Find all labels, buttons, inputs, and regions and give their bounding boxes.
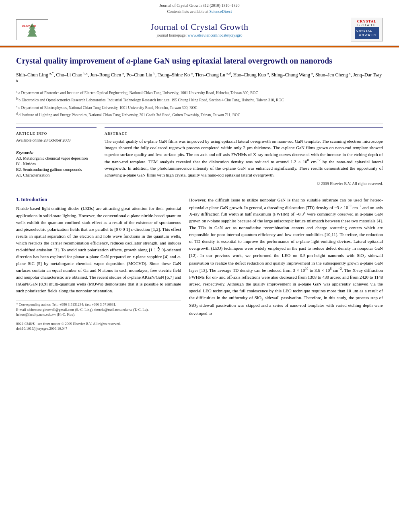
homepage-text: journal homepage: [156, 33, 187, 37]
affiliations: a a Department of Photonics and Institut… [16, 89, 383, 118]
contents-text: Contents lists available at [167, 9, 208, 14]
section1-paragraph: Nitride-based light-emitting diodes (LED… [16, 205, 181, 294]
abstract-text: The crystal quality of a-plane GaN films… [105, 138, 383, 179]
journal-header: Journal of Crystal Growth 312 (2010) 131… [0, 0, 399, 46]
main-content: 1. Introduction Nitride-based light-emit… [16, 197, 383, 331]
keyword-1: A3. Metalorganic chemical vapor depositi… [16, 156, 97, 161]
keyword-4: A1. Characterization [16, 173, 97, 178]
footnote-doi: doi:10.1016/j.jcrysgro.2009.10.047 [16, 326, 181, 331]
svg-text:GROWTH: GROWTH [359, 33, 376, 36]
keyword-3: B2. Semiconducting gallium compounds [16, 167, 97, 173]
affiliation-d: d d Institute of Lighting and Energy Pho… [16, 111, 383, 118]
authors: Shih–Chun Ling a,*, Chu–Li Chao b,c, Jun… [16, 71, 383, 86]
left-col-info: ARTICLE INFO Available online 28 October… [16, 127, 97, 186]
article-info-abstract: ARTICLE INFO Available online 28 October… [16, 127, 383, 186]
elsevier-logo-box: ELSEVIER [16, 19, 48, 40]
affiliation-c: c c Department of Electrophysics, Nation… [16, 104, 383, 111]
journal-title-main: Journal of Crystal Growth [48, 22, 351, 32]
header-content: ELSEVIER Journal of Crystal Growth journ… [16, 15, 383, 44]
right-col-abstract: ABSTRACT The crystal quality of a-plane … [105, 127, 383, 186]
journal-title-sub: journal homepage: www.elsevier.com/locat… [48, 33, 351, 37]
footnote-issn-block: 0022-0248/$ - see front matter © 2009 El… [16, 321, 181, 331]
sciencedirect-link[interactable]: ScienceDirect [209, 9, 232, 14]
keywords-label: Keywords: [16, 150, 97, 155]
svg-rect-3 [355, 27, 379, 39]
abstract-label: ABSTRACT [105, 131, 383, 136]
page-container: Journal of Crystal Growth 312 (2010) 131… [0, 0, 399, 532]
copyright-line: © 2009 Elsevier B.V. All rights reserved… [105, 181, 383, 186]
article-info-label: ARTICLE INFO [16, 131, 97, 136]
crystal-logo-icon: CRYSTAL GROWTH [355, 27, 379, 39]
crystal-growth-logo: CRYSTAL GROWTH CRYSTAL GROWTH [351, 18, 383, 41]
divider-top [16, 123, 383, 123]
crystal-logo-title: CRYSTAL [352, 19, 381, 23]
elsevier-logo: ELSEVIER [16, 19, 48, 40]
divider-middle [16, 190, 383, 190]
article-body: Crystal quality improvement of a-plane G… [0, 47, 399, 343]
elsevier-tree-icon: ELSEVIER [20, 21, 44, 37]
crystal-logo-sub: GROWTH [352, 23, 381, 27]
keyword-2: B1. Nitrides [16, 161, 97, 167]
footnote-email: E-mail addresses: ginowell@gmail.com (S.… [16, 307, 181, 317]
article-info-box: ARTICLE INFO Available online 28 October… [16, 127, 97, 178]
abstract-box: ABSTRACT The crystal quality of a-plane … [105, 127, 383, 186]
available-online: Available online 28 October 2009 [16, 138, 97, 142]
footnote-corresponding: * Corresponding author. Tel.: +886 3 513… [16, 302, 181, 307]
journal-title-center: Journal of Crystal Growth journal homepa… [48, 22, 351, 37]
section1-right-paragraph: However, the difficult issue to utilize … [189, 197, 383, 316]
main-col-right: However, the difficult issue to utilize … [189, 197, 383, 331]
main-col-left: 1. Introduction Nitride-based light-emit… [16, 197, 181, 331]
affiliation-b: b b Electronics and Optoelectronics Rese… [16, 97, 383, 103]
journal-ref: Journal of Crystal Growth 312 (2010) 131… [16, 3, 383, 8]
section1-title: 1. Introduction [16, 197, 181, 203]
affiliation-a: a a Department of Photonics and Institut… [16, 89, 383, 96]
svg-text:CRYSTAL: CRYSTAL [356, 29, 372, 32]
crystal-logo-box: CRYSTAL GROWTH CRYSTAL GROWTH [351, 18, 383, 41]
contents-line: Contents lists available at ScienceDirec… [16, 9, 383, 14]
homepage-link[interactable]: www.elsevier.com/locate/jcrysgro [188, 33, 243, 37]
article-title: Crystal quality improvement of a-plane G… [16, 55, 383, 66]
footnote-issn: 0022-0248/$ - see front matter © 2009 El… [16, 321, 181, 327]
